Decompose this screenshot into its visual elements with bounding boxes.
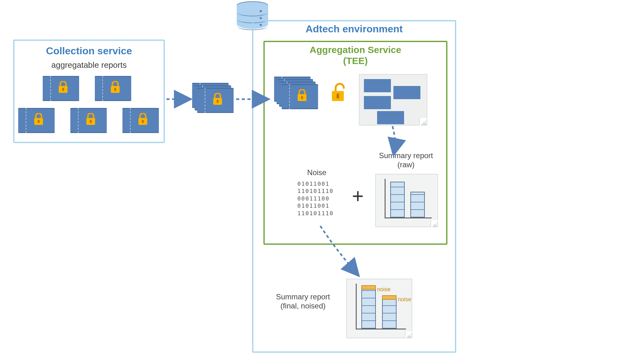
noise-tag: noise [398,296,411,303]
lock-icon [110,81,121,94]
summary-final-label: Summary report (final, noised) [268,292,338,311]
aggregation-service-title: Aggregation Service (TEE) [265,45,446,66]
locked-report-icon [95,76,131,102]
summary-final-line2: (final, noised) [280,302,326,310]
svg-rect-3 [114,88,116,91]
unlock-icon [331,82,348,102]
collection-title: Collection service [14,45,164,57]
summary-raw-line2: (raw) [397,160,415,169]
noise-row: 01011001 [297,180,334,187]
summary-raw-line1: Summary report [379,151,433,160]
locked-report-icon [122,108,159,134]
noise-row: 00011100 [297,195,334,202]
aggregated-data-page [359,74,427,126]
aggregation-service-box: Aggregation Service (TEE) [263,41,447,245]
noise-row: 110101110 [297,187,334,195]
lock-icon [212,93,223,105]
plus-icon: + [352,185,364,208]
summary-final-chart: noise noise [346,279,412,338]
locked-report-icon [70,108,107,134]
summary-raw-chart [375,174,438,227]
noise-label: Noise [295,168,339,177]
lock-icon [33,113,44,126]
svg-rect-13 [301,96,303,99]
lock-icon [297,89,307,102]
report-stack-middle [192,83,236,113]
summary-raw-label: Summary report (raw) [371,151,441,169]
locked-report-icon [18,108,55,134]
noise-tag: noise [377,286,391,293]
noise-bits: 01011001 110101110 00011100 01011001 110… [297,180,334,217]
lock-icon [85,113,96,126]
adtech-environment-box: Adtech environment Aggregation Service (… [252,20,456,353]
noise-row: 01011001 [297,202,334,209]
adtech-title: Adtech environment [253,23,455,35]
svg-rect-15 [337,94,339,99]
report-stack-tee [274,77,321,111]
locked-report-icon [43,76,79,102]
lock-icon [58,81,68,94]
svg-rect-5 [38,120,40,123]
collection-service-box: Collection service aggregatable reports [13,40,165,143]
summary-final-line1: Summary report [276,292,330,301]
noise-row: 110101110 [297,210,334,217]
svg-rect-9 [142,120,144,123]
tee-title-line1: Aggregation Service [310,45,401,55]
svg-rect-7 [90,120,92,123]
svg-rect-1 [62,88,64,91]
tee-title-line2: (TEE) [343,56,368,66]
collection-subtitle: aggregatable reports [14,60,164,70]
svg-rect-11 [217,100,219,103]
lock-icon [138,113,148,126]
